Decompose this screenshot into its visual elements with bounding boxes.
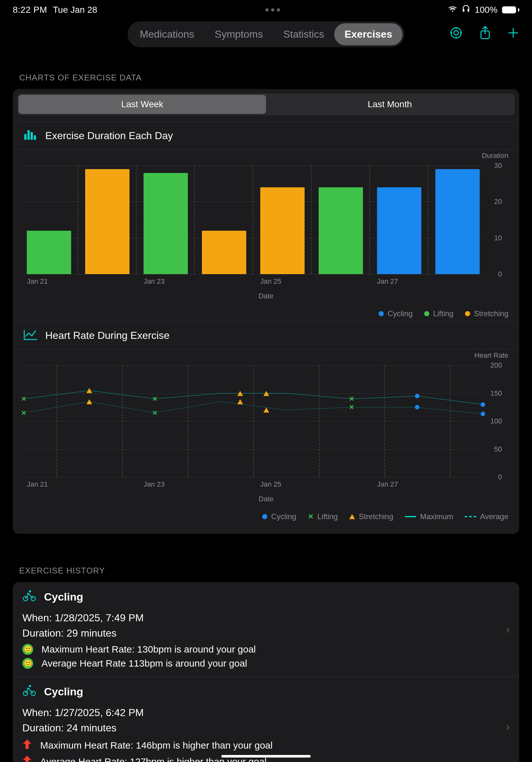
y-tick: 50 <box>495 445 502 453</box>
legend-item: Stretching <box>349 512 393 521</box>
marker-stretching <box>237 391 243 396</box>
tab-statistics[interactable]: Statistics <box>273 23 334 45</box>
history-item[interactable]: CyclingWhen: 1/27/2025, 6:42 PMDuration:… <box>13 677 519 762</box>
line-chart-icon <box>24 329 37 342</box>
legend-item: Average <box>465 512 508 521</box>
bar-chart: Duration 0102030 Jan 21.Jan 23.Jan 25.Ja… <box>17 149 515 321</box>
x-tick: Jan 27 <box>377 277 421 286</box>
x-tick: Jan 21 <box>27 277 71 286</box>
history-max-hr: Maximum Heart Rate: 130bpm is around you… <box>41 644 256 655</box>
smile-face-icon: 🙂 <box>22 658 33 669</box>
marker-lifting: ✕ <box>152 409 158 417</box>
marker-stretching <box>87 388 92 393</box>
cycling-icon <box>22 590 36 604</box>
tab-exercises[interactable]: Exercises <box>334 23 402 45</box>
marker-stretching <box>237 399 243 404</box>
y-tick: 0 <box>498 270 502 278</box>
category-tabs: Medications Symptoms Statistics Exercise… <box>128 21 404 47</box>
marker-stretching <box>263 391 269 396</box>
bar-Jan-27 <box>377 187 421 274</box>
chevron-right-icon: › <box>506 623 510 636</box>
legend-item: Cycling <box>378 309 413 318</box>
marker-cycling <box>415 394 420 398</box>
battery-icon <box>502 6 519 13</box>
marker-lifting: ✕ <box>152 395 158 403</box>
range-segmented: Last Week Last Month <box>17 94 515 115</box>
y-tick: 100 <box>490 417 502 425</box>
status-time: 8:22 PM <box>13 5 47 15</box>
history-type: Cycling <box>44 685 83 698</box>
bar-Jan-25 <box>260 187 304 274</box>
up-arrow-icon <box>22 755 32 762</box>
history-type: Cycling <box>44 591 83 603</box>
bar-chart-ylabel: Duration <box>482 152 508 160</box>
svg-rect-1 <box>468 9 469 12</box>
chevron-right-icon: › <box>506 720 510 733</box>
history-max-hr: Maximum Heart Rate: 146bpm is higher tha… <box>40 740 273 751</box>
legend-item: ✕Lifting <box>308 512 338 521</box>
y-tick: 150 <box>490 389 502 398</box>
history-when: When: 1/27/2025, 6:42 PM <box>22 705 510 720</box>
up-arrow-icon <box>22 739 32 752</box>
add-icon[interactable] <box>507 27 519 42</box>
bar-chart-header: Exercise Duration Each Day <box>17 121 515 149</box>
history-when: When: 1/28/2025, 7:49 PM <box>22 610 510 625</box>
marker-cycling <box>415 405 420 410</box>
line-chart: Heart Rate 050100150200✕✕✕✕✕✕ Jan 21.Jan… <box>17 349 515 524</box>
legend-item: Lifting <box>424 309 453 318</box>
y-tick: 200 <box>490 361 502 369</box>
svg-rect-14 <box>31 132 33 140</box>
range-last-month[interactable]: Last Month <box>266 95 513 114</box>
line-chart-title: Heart Rate During Exercise <box>45 330 169 342</box>
svg-point-21 <box>29 685 31 687</box>
share-icon[interactable] <box>479 26 491 43</box>
battery-percent: 100% <box>475 5 498 15</box>
svg-rect-15 <box>34 135 36 140</box>
legend-item: Maximum <box>405 512 453 521</box>
settings-gear-icon[interactable] <box>449 26 463 43</box>
svg-rect-12 <box>24 134 27 140</box>
svg-rect-0 <box>463 9 464 12</box>
nav-row: Medications Symptoms Statistics Exercise… <box>0 18 532 54</box>
x-tick: Jan 23 <box>144 277 188 286</box>
x-tick: Jan 21 <box>27 480 71 489</box>
y-tick: 20 <box>495 197 502 206</box>
home-indicator[interactable] <box>221 755 311 758</box>
marker-lifting: ✕ <box>349 395 354 403</box>
svg-point-2 <box>451 28 461 38</box>
svg-rect-13 <box>28 130 30 140</box>
y-tick: 30 <box>495 162 502 170</box>
wifi-icon <box>448 5 457 15</box>
bar-Jan-22 <box>85 169 129 274</box>
marker-stretching <box>263 408 269 413</box>
tab-medications[interactable]: Medications <box>129 23 204 45</box>
marker-cycling <box>481 412 485 416</box>
history-section-label: EXERCISE HISTORY <box>0 547 532 582</box>
multitask-dots-icon[interactable] <box>265 8 280 12</box>
marker-cycling <box>481 402 485 407</box>
svg-point-18 <box>29 590 31 592</box>
history-item[interactable]: CyclingWhen: 1/28/2025, 7:49 PMDuration:… <box>13 582 519 677</box>
legend-item: Stretching <box>465 309 508 318</box>
bar-Jan-23 <box>144 173 188 274</box>
history-duration: Duration: 24 minutes <box>22 720 510 735</box>
marker-lifting: ✕ <box>349 403 354 411</box>
smile-face-icon: 🙂 <box>22 644 33 655</box>
bar-Jan-26 <box>319 187 363 274</box>
marker-lifting: ✕ <box>21 395 27 403</box>
bar-Jan-28 <box>435 169 480 274</box>
x-tick: Jan 27 <box>377 480 421 489</box>
line-chart-ylabel: Heart Rate <box>475 351 508 360</box>
charts-section-label: CHARTS OF EXERCISE DATA <box>0 54 532 89</box>
status-date: Tue Jan 28 <box>53 5 97 15</box>
range-last-week[interactable]: Last Week <box>19 95 266 114</box>
tab-symptoms[interactable]: Symptoms <box>204 23 273 45</box>
marker-stretching <box>87 399 92 404</box>
bar-chart-icon <box>24 129 37 142</box>
marker-lifting: ✕ <box>21 409 27 417</box>
history-duration: Duration: 29 minutes <box>22 625 510 641</box>
y-tick: 0 <box>498 473 502 481</box>
x-tick: Jan 25 <box>260 480 304 489</box>
status-bar: 8:22 PM Tue Jan 28 100% <box>0 0 532 18</box>
bar-Jan-21 <box>27 231 71 274</box>
